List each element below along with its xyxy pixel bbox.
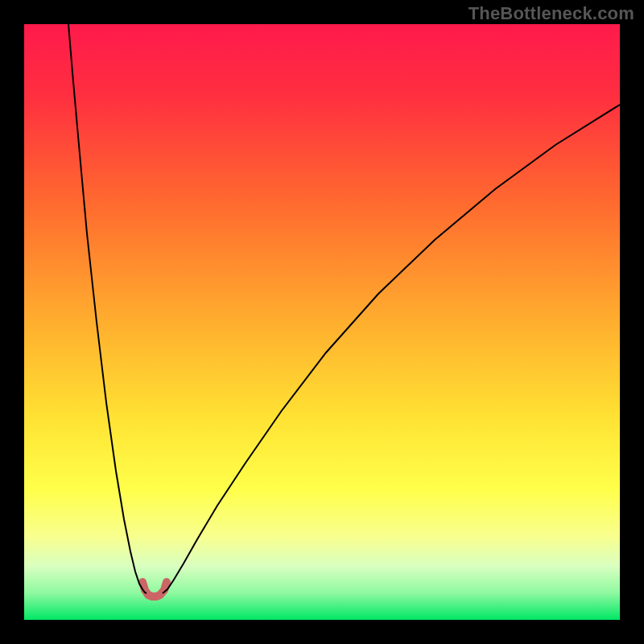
- chart-frame: TheBottleneck.com: [0, 0, 644, 644]
- attribution-text: TheBottleneck.com: [469, 3, 634, 24]
- plot-area: [24, 24, 620, 620]
- left-branch-series: [68, 24, 147, 593]
- valley-arc-series: [142, 582, 167, 597]
- right-branch-series: [163, 105, 620, 593]
- curve-layer: [24, 24, 620, 620]
